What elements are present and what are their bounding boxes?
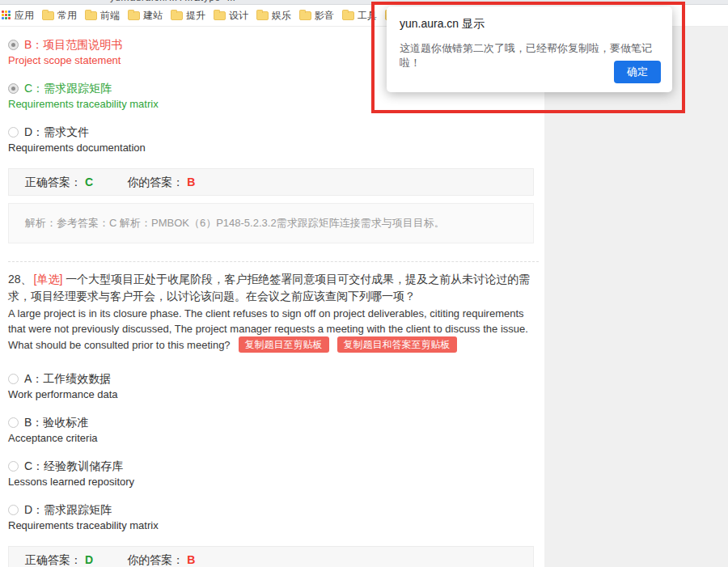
option-translation: Requirements traceability matrix	[8, 96, 544, 112]
bookmark-folder-tisheng[interactable]: 提升	[171, 9, 205, 23]
your-answer-label: 你的答案：	[127, 176, 184, 188]
radio-icon[interactable]	[8, 40, 19, 50]
radio-icon[interactable]	[8, 461, 19, 472]
option-translation: Work performance data	[8, 387, 544, 402]
answer-summary-28: 正确答案：D你的答案：B	[8, 546, 534, 567]
question-tag: [单选]	[34, 273, 63, 286]
option-row-prev-D[interactable]: D：需求文件 Requirements documentation	[8, 125, 544, 155]
question-text-zh: 28、[单选]一个大型项目正处于收尾阶段，客户拒绝签署同意项目可交付成果，提及之…	[8, 271, 538, 305]
option-letter: D：	[24, 503, 44, 516]
question-number: 28、	[8, 273, 32, 286]
option-letter: C：	[24, 82, 44, 95]
question-text-en: A large project is in its closure phase.…	[8, 306, 542, 353]
bookmark-folder-gongju[interactable]: 工具	[342, 9, 377, 23]
folder-icon	[171, 11, 183, 20]
option-translation: Lessons learned repository	[8, 474, 544, 489]
url-text: yun.aura.cn/…?…&type=…	[110, 0, 236, 2]
option-translation: Requirements documentation	[8, 140, 544, 155]
radio-icon[interactable]	[8, 374, 19, 384]
folder-icon	[214, 11, 226, 20]
radio-icon[interactable]	[8, 505, 19, 515]
bookmark-folder-sheji[interactable]: 设计	[214, 9, 248, 23]
correct-answer-label: 正确答案：	[25, 553, 82, 566]
option-label: 经验教训储存库	[44, 459, 123, 472]
option-letter: D：	[24, 125, 44, 138]
your-answer-value: B	[187, 553, 195, 566]
option-label: 需求跟踪矩阵	[44, 503, 112, 516]
option-row-28-C[interactable]: C：经验教训储存库 Lessons learned repository	[8, 459, 544, 489]
option-letter: B：	[24, 38, 43, 51]
option-row-28-B[interactable]: B：验收标准 Acceptance criteria	[8, 415, 544, 446]
dialog-title: yun.aura.cn 显示	[400, 17, 659, 32]
correct-answer-value: C	[85, 176, 93, 188]
correct-answer-value: D	[85, 553, 93, 566]
option-label: 工作绩效数据	[43, 372, 111, 385]
question-divider	[8, 261, 539, 262]
folder-icon	[342, 11, 354, 20]
bookmark-folder-yule[interactable]: 娱乐	[256, 9, 291, 23]
folder-icon	[128, 11, 140, 20]
answer-summary-prev: 正确答案：C你的答案：B	[8, 168, 534, 196]
bookmark-folder-jianzhan[interactable]: 建站	[128, 9, 163, 23]
copy-question-answer-button[interactable]: 复制题目和答案至剪贴板	[337, 336, 457, 353]
radio-icon[interactable]	[8, 417, 19, 428]
quiz-content-area: B：项目范围说明书 Project scope statement C：需求跟踪…	[0, 27, 544, 567]
option-row-28-A[interactable]: A：工作绩效数据 Work performance data	[8, 371, 544, 402]
bookmark-folder-changyong[interactable]: 常用	[42, 9, 77, 23]
analysis-box: 解析：参考答案：C 解析：PMBOK（6）P148-5.2.3.2需求跟踪矩阵连…	[8, 203, 534, 243]
apps-grid-icon	[2, 11, 11, 20]
folder-icon	[42, 11, 54, 20]
correct-answer-label: 正确答案：	[25, 176, 82, 188]
your-answer-value: B	[187, 176, 195, 188]
copy-question-button[interactable]: 复制题目至剪贴板	[239, 336, 329, 353]
js-alert-dialog: yun.aura.cn 显示 这道题你做错第二次了哦，已经帮你复制啦，要做笔记啦…	[387, 6, 672, 92]
option-letter: A：	[24, 372, 43, 385]
option-translation: Requirements traceability matrix	[8, 518, 544, 533]
bookmark-folder-qianduan[interactable]: 前端	[85, 9, 120, 23]
option-label: 需求文件	[44, 125, 89, 138]
folder-icon	[256, 11, 269, 20]
radio-icon[interactable]	[8, 83, 19, 94]
bookmark-item-apps[interactable]: 应用	[2, 9, 34, 23]
option-label: 需求跟踪矩阵	[44, 82, 112, 95]
folder-icon	[85, 11, 97, 20]
option-letter: C：	[24, 459, 44, 472]
option-row-28-D[interactable]: D：需求跟踪矩阵 Requirements traceability matri…	[8, 502, 544, 533]
radio-icon[interactable]	[8, 127, 19, 138]
option-label: 验收标准	[43, 416, 88, 429]
your-answer-label: 你的答案：	[127, 553, 184, 566]
folder-icon	[299, 11, 311, 20]
option-letter: B：	[24, 416, 43, 429]
option-translation: Acceptance criteria	[8, 430, 544, 446]
option-label: 项目范围说明书	[43, 38, 122, 51]
bookmark-folder-yingyin[interactable]: 影音	[299, 9, 334, 23]
dialog-ok-button[interactable]: 确定	[614, 61, 661, 83]
page-side-background	[544, 27, 728, 567]
